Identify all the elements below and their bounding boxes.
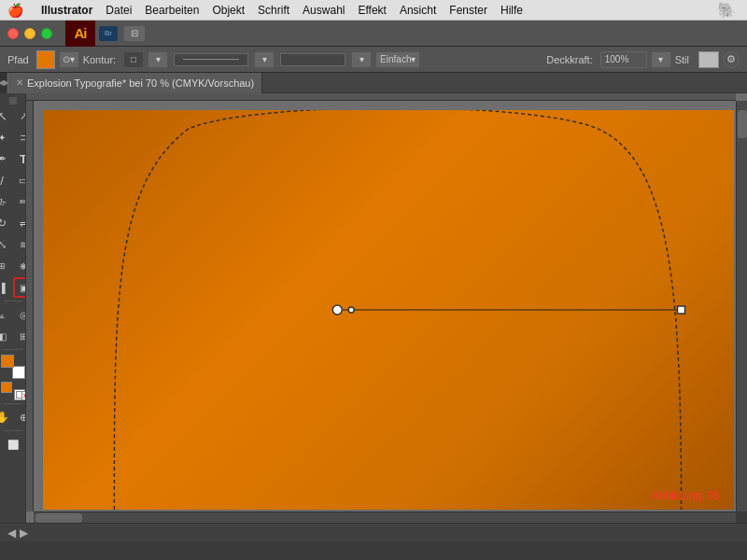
- tab-collapse-arrow[interactable]: ◀▶: [0, 73, 7, 93]
- kontur-label: Kontur:: [83, 54, 116, 65]
- pen-text-tools: ✒ T: [0, 148, 26, 169]
- eyedropper-tool[interactable]: ⟁: [0, 304, 12, 325]
- direct-select-tool[interactable]: ↗: [13, 105, 26, 126]
- view-mode-buttons: ⬜: [3, 434, 23, 455]
- symbol-spray-tool[interactable]: ❋: [13, 256, 26, 276]
- screen-mode-btn[interactable]: ⬜: [3, 434, 23, 455]
- opacity-value: 100%: [605, 54, 629, 64]
- column-slice-tools: ▐ ▣: [0, 277, 26, 298]
- einfach-dropdown[interactable]: Einfach▾: [375, 51, 420, 68]
- minimize-button[interactable]: [24, 28, 35, 39]
- notification-icon: 🐘: [717, 1, 736, 19]
- artboard-tool[interactable]: ▣: [13, 277, 26, 298]
- gear-button[interactable]: ⚙: [723, 51, 740, 68]
- menu-illustrator[interactable]: Illustrator: [35, 0, 99, 21]
- scrollbar-corner: [736, 511, 747, 523]
- zoom-tool[interactable]: ⊕: [13, 407, 26, 427]
- opacity-dropdown-btn[interactable]: ▾: [651, 51, 671, 68]
- color-chips: [1, 355, 25, 379]
- select-tools: ↖ ↗: [0, 105, 26, 126]
- nav-prev-btn[interactable]: ◀: [7, 526, 16, 539]
- scale-warp-tools: ⤡ ≋: [0, 234, 26, 255]
- svg-point-2: [348, 307, 354, 313]
- lasso-tool[interactable]: ⊃: [13, 127, 26, 147]
- magic-wand-tool[interactable]: ✦: [0, 127, 12, 147]
- menu-bar: 🍎 Illustrator Datei Bearbeiten Objekt Sc…: [0, 0, 747, 21]
- einfach-label: Einfach: [380, 54, 411, 64]
- app-icon-area: Ai Br ⊟: [65, 21, 146, 47]
- nav-next-btn[interactable]: ▶: [20, 526, 28, 539]
- stil-label: Stil: [675, 54, 689, 65]
- menu-auswahl[interactable]: Auswahl: [296, 0, 351, 21]
- br-badge: Br: [99, 26, 118, 41]
- menu-ansicht[interactable]: Ansicht: [393, 0, 443, 21]
- line-shape-tools: / ▭: [0, 170, 26, 190]
- abbildung-label: Abbildung: 05: [652, 489, 720, 502]
- ai-logo: Ai: [65, 21, 95, 47]
- ruler-corner: [9, 97, 17, 105]
- shape-tool[interactable]: ▭: [13, 170, 26, 190]
- scrollbar-v-thumb[interactable]: [738, 110, 747, 138]
- opacity-field[interactable]: 100%: [600, 51, 647, 68]
- text-tool[interactable]: T: [13, 148, 26, 169]
- fill-options-btn[interactable]: ⊙▾: [59, 51, 79, 68]
- doc-tab-active[interactable]: ✕ Explosion Typografie* bei 70 % (CMYK/V…: [7, 73, 262, 93]
- menu-objekt[interactable]: Objekt: [205, 0, 251, 21]
- pencil-tool[interactable]: ✏: [13, 191, 26, 212]
- fill-box[interactable]: [1, 382, 12, 393]
- foreground-color-chip[interactable]: [1, 355, 14, 368]
- stroke-style-field[interactable]: [280, 53, 345, 66]
- artboard: Abbildung: 05: [43, 110, 734, 510]
- eyedropper-measure-tools: ⟁ ◎: [0, 304, 26, 325]
- ruler-horizontal: [26, 93, 736, 101]
- menu-datei[interactable]: Datei: [99, 0, 138, 21]
- status-bar: ◀ ▶: [0, 523, 747, 541]
- canvas-area: Abbildung: 05: [26, 93, 747, 523]
- fill-color-swatch[interactable]: [36, 50, 55, 69]
- pen-tool[interactable]: ✒: [0, 148, 12, 169]
- scrollbar-horizontal[interactable]: [34, 511, 736, 523]
- svg-point-1: [332, 305, 342, 315]
- hand-tool[interactable]: ✋: [0, 407, 12, 427]
- color-mode-icons: ✕: [1, 382, 25, 400]
- gradient-mesh-tools: ◧ ⊞: [0, 326, 26, 346]
- scrollbar-h-thumb[interactable]: [35, 513, 82, 523]
- maximize-button[interactable]: [41, 28, 52, 39]
- free-transform-tool[interactable]: ⊞: [0, 256, 12, 276]
- paintbrush-tool[interactable]: 𝓫: [0, 191, 12, 212]
- kontur-options-btn[interactable]: ▾: [148, 51, 168, 68]
- select-tool[interactable]: ↖: [0, 105, 12, 126]
- close-button[interactable]: [7, 28, 19, 39]
- graph-tool[interactable]: ▐: [0, 277, 12, 298]
- background-color-chip[interactable]: [12, 366, 25, 379]
- menu-fenster[interactable]: Fenster: [443, 0, 494, 21]
- stroke-options-btn[interactable]: ▾: [254, 51, 275, 68]
- path-overlay: [43, 110, 734, 510]
- stil-swatch[interactable]: [698, 51, 719, 68]
- menu-schrift[interactable]: Schrift: [251, 0, 296, 21]
- menu-effekt[interactable]: Effekt: [351, 0, 392, 21]
- rotate-tool[interactable]: ↻: [0, 213, 12, 233]
- hand-zoom-tools: ✋ ⊕: [0, 407, 26, 427]
- rotate-reflect-tools: ↻ ⇌: [0, 213, 26, 233]
- blend-tool[interactable]: ◎: [13, 304, 26, 325]
- ruler-vertical: [26, 101, 34, 511]
- kontur-swatch[interactable]: □: [123, 51, 144, 68]
- main-area: ↖ ↗ ✦ ⊃ ✒ T / ▭ 𝓫 ✏ ↻ ⇌ ⤡ ≋ ⊞ ❋: [0, 93, 747, 523]
- options-bar: Pfad ⊙▾ Kontur: □ ▾ ▾ ▾ Einfach▾ Deckkra…: [0, 47, 747, 73]
- reflect-tool[interactable]: ⇌: [13, 213, 26, 233]
- mesh-tool[interactable]: ⊞: [13, 326, 26, 346]
- scrollbar-vertical[interactable]: [736, 101, 747, 511]
- warp-tool[interactable]: ≋: [13, 234, 26, 255]
- stroke-style-btn[interactable]: ▾: [351, 51, 372, 68]
- menu-bearbeiten[interactable]: Bearbeiten: [138, 0, 205, 21]
- apple-menu[interactable]: 🍎: [7, 3, 23, 18]
- gradient-tool[interactable]: ◧: [0, 326, 12, 346]
- scale-tool[interactable]: ⤡: [0, 234, 12, 255]
- magic-lasso-tools: ✦ ⊃: [0, 127, 26, 147]
- line-tool[interactable]: /: [0, 170, 12, 190]
- doc-tab-close[interactable]: ✕: [16, 77, 23, 88]
- stroke-weight-field[interactable]: [174, 53, 248, 66]
- arrange-button[interactable]: ⊟: [123, 25, 146, 42]
- menu-hilfe[interactable]: Hilfe: [494, 0, 529, 21]
